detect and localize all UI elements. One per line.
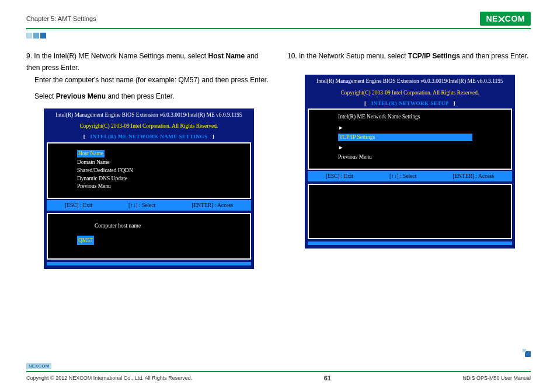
menu-previous[interactable]: Previous Menu <box>77 183 246 191</box>
bios-menu-box-r: Intel(R) ME Network Name Settings► TCP/I… <box>308 108 512 169</box>
input-label: Computer host name <box>95 221 246 230</box>
bios-lower-empty <box>308 184 512 239</box>
bios-version-r: Intel(R) Management Engine BIOS Extensio… <box>307 76 513 86</box>
bios-version: Intel(R) Management Engine BIOS Extensio… <box>46 110 252 120</box>
menu-fqdn[interactable]: Shared/Dedicated FQDN <box>77 167 246 175</box>
step-10: 10. In the Network Setup menu, select TC… <box>287 50 531 62</box>
footer-icon <box>525 351 531 357</box>
footer-manual: NDiS OPS-M50 User Manual <box>462 375 531 381</box>
bios-screen-right: Intel(R) Management Engine BIOS Extensio… <box>305 75 515 248</box>
chapter-title: Chapter 5: AMT Settings <box>26 15 96 22</box>
right-column: 10. In the Network Setup menu, select TC… <box>287 50 531 269</box>
menu-tcpip[interactable]: TCP/IP Settings <box>338 134 472 142</box>
bios-menu-box: Host Name Domain Name Shared/Dedicated F… <box>47 142 251 199</box>
bios-bottom-bar <box>47 262 251 265</box>
bios-menu-title-r: [ INTEL(R) NETWORK SETUP ] <box>307 99 513 108</box>
decorative-squares <box>26 33 531 38</box>
bios-key-hints-r: [ESC] : Exit [↑↓] : Select [ENTER] : Acc… <box>308 171 512 181</box>
step-9-line2: Enter the computer's host name (for exam… <box>34 74 270 86</box>
arrow-icon: ► <box>338 145 343 150</box>
bios-copyright-r: Copyright(C) 2003-09 Intel Corporation. … <box>341 90 479 96</box>
logo-x-icon <box>498 16 505 23</box>
page-header: Chapter 5: AMT Settings NECOM <box>26 12 531 26</box>
bios-menu-title: [ INTEL(R) ME NETWORK NAME SETTINGS ] <box>46 132 252 141</box>
bios-bottom-bar-r <box>308 242 512 245</box>
page-number: 61 <box>324 374 331 382</box>
header-divider <box>26 28 531 29</box>
footer-logo: NEXCOM <box>26 363 51 369</box>
bios-input-box: Computer host name QM57 <box>47 213 251 260</box>
step-9: 9. In the Intel(R) ME Network Name Setti… <box>26 50 270 74</box>
menu-previous-r[interactable]: Previous Menu <box>338 153 507 162</box>
menu-host-name[interactable]: Host Name <box>77 150 105 158</box>
bios-screen-left: Intel(R) Management Engine BIOS Extensio… <box>44 108 254 270</box>
menu-net-name[interactable]: Intel(R) ME Network Name Settings <box>338 113 472 121</box>
left-column: 9. In the Intel(R) ME Network Name Setti… <box>26 50 270 269</box>
menu-dns[interactable]: Dynamic DNS Update <box>77 175 246 183</box>
menu-domain-name[interactable]: Domain Name <box>77 159 246 167</box>
bios-key-hints: [ESC] : Exit [↑↓] : Select [ENTER] : Acc… <box>47 200 251 211</box>
footer-divider <box>26 371 531 372</box>
page-footer: NEXCOM Copyright © 2012 NEXCOM Internati… <box>26 359 531 382</box>
arrow-icon: ► <box>338 125 343 131</box>
footer-copyright: Copyright © 2012 NEXCOM International Co… <box>26 375 192 381</box>
bios-copyright: Copyright(C) 2003-09 Intel Corporation. … <box>80 123 218 129</box>
nexcom-logo: NECOM <box>480 12 531 26</box>
step-9-line3: Select Previous Menu and then press Ente… <box>34 90 270 102</box>
hostname-input[interactable]: QM57 <box>77 236 94 245</box>
